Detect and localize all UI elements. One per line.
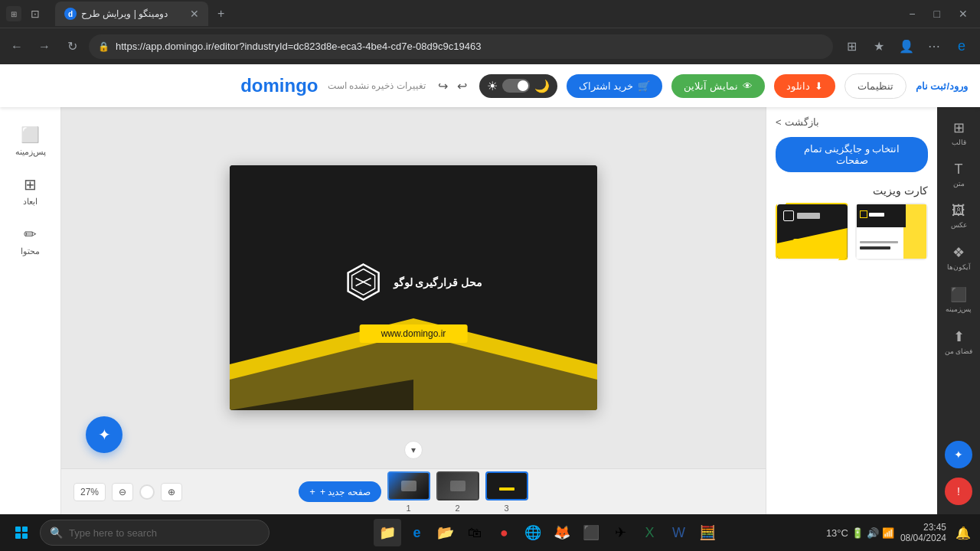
tab-title: دومینگو | ویرایش طرح	[81, 8, 185, 19]
icons-icon: ❖	[952, 244, 965, 261]
battery-icon: 🔋	[851, 527, 864, 539]
back-button[interactable]: بازگشت >	[776, 116, 819, 128]
select-all-pages-button[interactable]: انتخاب و جایگزینی تمام صفحات	[776, 137, 928, 172]
more-icon[interactable]: ⋯	[922, 34, 946, 59]
edge-icon: e	[949, 34, 974, 59]
right-icon-background[interactable]: ⬛ پس‌زمینه	[939, 280, 978, 319]
alert-button[interactable]: !	[945, 478, 972, 505]
star-icon[interactable]: ★	[867, 34, 891, 59]
page-thumb-2[interactable]: 2	[436, 471, 479, 513]
new-tab-button[interactable]: +	[211, 4, 230, 24]
forward-button[interactable]: →	[34, 36, 55, 57]
toggle-switch[interactable]	[502, 79, 530, 93]
card-logo-area: محل قرارگیری لوگو	[345, 263, 483, 302]
temp-icon: 13°C	[826, 527, 848, 539]
zoom-slider[interactable]	[139, 484, 155, 500]
template-thumb-2[interactable]	[855, 203, 928, 260]
taskbar-app-files2[interactable]: 📂	[432, 519, 459, 546]
page-2-thumbnail[interactable]	[436, 471, 479, 500]
tab-close-button[interactable]: ✕	[190, 8, 199, 20]
page-2-number: 2	[456, 504, 460, 513]
taskbar-app-word[interactable]: W	[665, 519, 692, 546]
domingo-logo: domingo	[240, 75, 318, 96]
collapse-button[interactable]: ▾	[404, 441, 423, 459]
taskbar-app-red[interactable]: ●	[490, 519, 518, 546]
taskbar-app-calculator[interactable]: 🧮	[694, 519, 721, 546]
taskbar-search[interactable]: 🔍 Type here to search	[40, 520, 270, 546]
page-1-thumbnail[interactable]	[387, 471, 430, 500]
zoom-in-button[interactable]: ⊕	[161, 483, 182, 501]
design-canvas[interactable]: محل قرارگیری لوگو www.domingo.ir	[230, 165, 597, 410]
sidebar-item-content[interactable]: ✏ محتوا	[3, 219, 58, 262]
sidebar-content-label: محتوا	[21, 246, 40, 256]
sidebar-item-background[interactable]: ⬜ پس‌زمینه	[3, 119, 58, 163]
zoom-level-display[interactable]: 27%	[74, 483, 106, 501]
taskbar-app-terminal[interactable]: ⬛	[577, 519, 605, 546]
redo-button[interactable]: ↪	[435, 76, 451, 96]
windows-icon	[15, 527, 28, 539]
zoom-out-icon: ⊖	[119, 487, 126, 497]
canvas-wrapper[interactable]: محل قرارگیری لوگو www.domingo.ir ▾	[61, 107, 766, 468]
right-icon-image[interactable]: 🖼 عکس	[939, 197, 978, 235]
start-button[interactable]	[6, 517, 37, 548]
taskbar-app-chrome[interactable]: 🌐	[519, 519, 547, 546]
clock-date: 08/04/2024	[900, 533, 946, 543]
wand-icon: ✦	[98, 425, 111, 444]
page-3-number: 3	[505, 504, 509, 513]
card-logo-text: محل قرارگیری لوگو	[394, 273, 483, 290]
right-panel-icons: ⊞ قالب T متن 🖼 عکس ❖ آیکون‌ها	[937, 107, 980, 514]
eye-icon: 👁	[743, 80, 753, 92]
right-icon-icons[interactable]: ❖ آیکون‌ها	[939, 238, 978, 277]
download-icon: ⬇	[815, 80, 823, 92]
profile-icon[interactable]: 👤	[894, 34, 919, 59]
address-bar[interactable]: 🔒 https://app.domingo.ir/editor?industry…	[89, 34, 833, 59]
taskbar-app-store[interactable]: 🛍	[461, 519, 488, 546]
sidebar-item-dimensions[interactable]: ⊞ ابعاد	[3, 169, 58, 213]
add-page-button[interactable]: + + صفحه جدید	[299, 481, 381, 502]
ai-assist-button[interactable]: ✦	[945, 441, 972, 468]
upload-icon: ⬆	[953, 328, 965, 345]
taskbar-apps: 📁 e 📂 🛍 ● 🌐 🦊 ⬛ ✈	[273, 519, 823, 546]
browser-tab-active[interactable]: d دومینگو | ویرایش طرح ✕	[55, 2, 208, 26]
chevron-right-icon: >	[776, 116, 782, 128]
back-button[interactable]: ←	[6, 36, 28, 57]
minimize-button[interactable]: −	[903, 5, 921, 23]
svg-marker-2	[230, 380, 413, 410]
background-icon: ⬜	[21, 126, 40, 144]
screenshot-icon[interactable]: ⊡	[28, 6, 43, 21]
zoom-out-button[interactable]: ⊖	[112, 483, 133, 501]
page-3-thumbnail[interactable]	[485, 471, 528, 500]
sidebar-dimensions-label: ابعاد	[23, 197, 38, 207]
notification-button[interactable]: 🔔	[952, 522, 974, 543]
extensions-icon[interactable]: ⊞	[839, 34, 864, 59]
taskbar-app-files[interactable]: 📁	[374, 519, 401, 546]
card-text-block: محل قرارگیری لوگو	[394, 273, 483, 290]
fab-button[interactable]: ✦	[86, 416, 122, 453]
toggle-knob	[518, 80, 528, 91]
right-icon-upload[interactable]: ⬆ فضای من	[939, 322, 978, 361]
main-area: ⬜ پس‌زمینه ⊞ ابعاد ✏ محتوا	[0, 107, 980, 514]
login-button[interactable]: ورود/ثبت نام	[916, 80, 968, 92]
left-sidebar: ⬜ پس‌زمینه ⊞ ابعاد ✏ محتوا	[0, 107, 61, 514]
settings-button[interactable]: تنظیمات	[844, 73, 906, 99]
share-button[interactable]: 🛒 خرید اشتراک	[567, 74, 663, 98]
undo-button[interactable]: ↩	[454, 76, 470, 96]
page-thumb-1[interactable]: 1	[387, 471, 430, 513]
tab-favicon: d	[64, 8, 77, 20]
maximize-button[interactable]: □	[928, 5, 946, 23]
system-icons: 13°C 🔋 🔊 📶	[826, 527, 894, 539]
dark-mode-toggle[interactable]: 🌙 ☀	[479, 74, 557, 98]
taskbar-app-excel[interactable]: X	[635, 519, 663, 546]
template-thumbnails	[776, 203, 928, 260]
page-thumb-3[interactable]: 3	[485, 471, 528, 513]
right-icon-template[interactable]: ⊞ قالب	[939, 113, 978, 152]
close-button[interactable]: ✕	[952, 5, 974, 23]
refresh-button[interactable]: ↻	[61, 36, 83, 57]
right-icon-text[interactable]: T متن	[939, 155, 978, 194]
download-button[interactable]: ⬇ دانلود	[774, 74, 835, 98]
taskbar-app-edge[interactable]: e	[403, 519, 430, 546]
template-thumb-1[interactable]	[776, 203, 849, 260]
taskbar-app-telegram[interactable]: ✈	[606, 519, 634, 546]
taskbar-app-browser2[interactable]: 🦊	[548, 519, 576, 546]
online-preview-button[interactable]: 👁 نمایش آنلاین	[671, 74, 765, 98]
